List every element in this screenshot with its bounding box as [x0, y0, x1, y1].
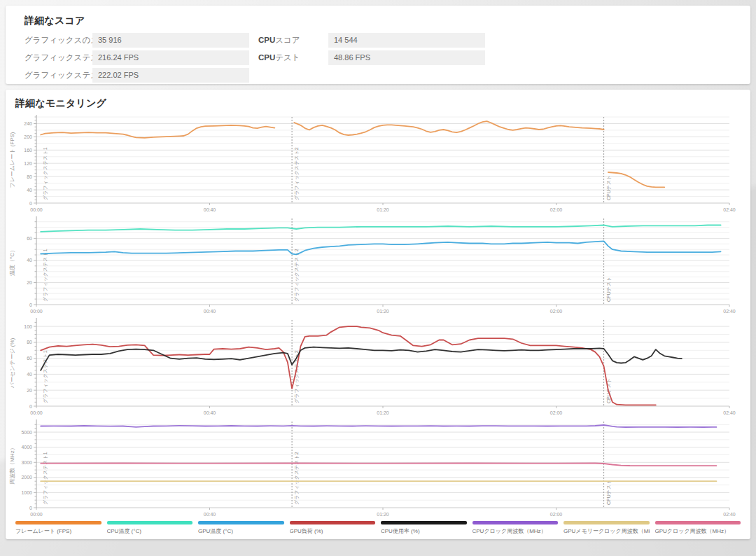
detailed-monitoring-card: 詳細なモニタリング 0408012016020024000:0000:4001:…: [6, 90, 750, 539]
svg-text:80: 80: [27, 340, 32, 345]
svg-text:3000: 3000: [21, 460, 32, 465]
legend-color-bar: [198, 521, 284, 524]
graphics-test2-value: 222.02 FPS: [92, 68, 249, 83]
svg-text:00:00: 00:00: [30, 410, 43, 415]
svg-text:02:00: 02:00: [550, 207, 563, 212]
legend-item[interactable]: フレームレート (FPS): [15, 521, 102, 535]
score-row: グラフィックステスト2 222.02 FPS: [24, 68, 750, 83]
svg-text:20: 20: [27, 388, 32, 393]
svg-text:01:20: 01:20: [377, 512, 389, 517]
svg-text:CPUテスト: CPUテスト: [606, 480, 611, 505]
svg-text:2000: 2000: [21, 475, 32, 480]
svg-text:00:00: 00:00: [30, 207, 43, 212]
svg-text:240: 240: [24, 121, 32, 126]
legend-item[interactable]: GPU負荷 (%): [290, 521, 376, 535]
svg-text:00:40: 00:40: [204, 309, 216, 314]
svg-text:40: 40: [27, 258, 32, 263]
legend-label: フレームレート (FPS): [15, 527, 102, 535]
legend-item[interactable]: CPU使用率 (%): [381, 521, 467, 535]
legend-label: GPUクロック周波数（MHz）: [655, 527, 741, 535]
graphics-test1-value: 216.24 FPS: [92, 50, 249, 65]
legend-item[interactable]: CPUクロック周波数（MHz）: [472, 521, 559, 535]
legend-color-bar: [107, 521, 193, 524]
svg-text:60: 60: [27, 236, 32, 241]
svg-text:02:00: 02:00: [550, 512, 563, 517]
svg-text:CPUテスト: CPUテスト: [606, 175, 611, 200]
chart-frequency: 01000200030004000500000:0000:4001:2002:0…: [6, 419, 750, 517]
svg-text:80: 80: [27, 174, 32, 179]
legend-label: GPU負荷 (%): [290, 527, 376, 535]
svg-text:1000: 1000: [21, 490, 32, 495]
legend-color-bar: [381, 521, 467, 524]
benchmark-results-page: { "scores": { "title": "詳細なスコア", "left":…: [0, 0, 756, 556]
legend-label: GPUメモリークロック周波数（MHz）: [564, 527, 650, 535]
svg-text:200: 200: [24, 134, 32, 139]
svg-text:グラフィックステスト1: グラフィックステスト1: [43, 249, 48, 302]
svg-text:02:00: 02:00: [550, 410, 563, 415]
cpu-score-value: 14 544: [328, 33, 485, 48]
graphics-score-value: 35 916: [92, 33, 249, 48]
svg-text:00:00: 00:00: [30, 309, 43, 314]
svg-text:02:40: 02:40: [723, 207, 736, 212]
svg-text:5000: 5000: [21, 430, 32, 435]
svg-text:20: 20: [27, 280, 32, 285]
graphics-score-label: グラフィックスのスコア: [24, 35, 92, 46]
legend-color-bar: [655, 521, 741, 524]
legend-color-bar: [290, 521, 376, 524]
legend-item[interactable]: CPU温度 (°C): [107, 521, 193, 535]
svg-text:02:40: 02:40: [723, 512, 736, 517]
chart-temperature: 020406000:0000:4001:2002:0002:40グラフィックステ…: [6, 216, 750, 314]
graphics-test1-label: グラフィックステスト1: [24, 53, 92, 63]
svg-text:グラフィックステスト2: グラフィックステスト2: [294, 249, 300, 302]
svg-text:00:40: 00:40: [204, 512, 216, 517]
svg-text:00:40: 00:40: [204, 207, 216, 212]
score-row: グラフィックスのスコア 35 916 CPUスコア 14 544: [24, 33, 750, 48]
svg-text:フレームレート (FPS): フレームレート (FPS): [9, 132, 15, 188]
cpu-test-label: CPUテスト: [258, 53, 328, 63]
svg-text:4000: 4000: [21, 445, 32, 450]
svg-text:40: 40: [27, 372, 32, 377]
svg-text:パーセンテージ (%): パーセンテージ (%): [9, 338, 15, 389]
cpu-score-label: CPUスコア: [258, 35, 328, 46]
legend-label: CPUクロック周波数（MHz）: [472, 527, 559, 535]
svg-text:01:20: 01:20: [377, 309, 389, 314]
svg-text:01:20: 01:20: [377, 410, 389, 415]
legend-color-bar: [15, 521, 102, 524]
legend-item[interactable]: GPUメモリークロック周波数（MHz）: [564, 521, 650, 535]
detailed-scores-title: 詳細なスコア: [6, 6, 750, 33]
svg-text:0: 0: [29, 506, 32, 510]
svg-text:0: 0: [29, 404, 32, 409]
svg-text:0: 0: [29, 201, 32, 206]
svg-text:02:40: 02:40: [723, 309, 736, 314]
svg-text:02:40: 02:40: [723, 410, 736, 415]
score-row: グラフィックステスト1 216.24 FPS CPUテスト 48.86 FPS: [24, 50, 750, 65]
legend-item[interactable]: GPUクロック周波数（MHz）: [655, 521, 741, 535]
legend-color-bar: [472, 521, 559, 524]
legend-color-bar: [564, 521, 650, 524]
legend-label: CPU温度 (°C): [107, 527, 193, 535]
cpu-test-value: 48.86 FPS: [328, 50, 485, 65]
svg-text:40: 40: [27, 188, 32, 193]
svg-text:160: 160: [24, 148, 32, 153]
legend-item[interactable]: GPU温度 (°C): [198, 521, 284, 535]
svg-text:60: 60: [27, 356, 32, 361]
svg-text:120: 120: [24, 161, 32, 166]
svg-text:00:40: 00:40: [204, 410, 216, 415]
graphics-test2-label: グラフィックステスト2: [24, 70, 92, 81]
chart-percentage: 02040608010000:0000:4001:2002:0002:40グラフ…: [6, 317, 750, 415]
legend-label: CPU使用率 (%): [381, 527, 467, 535]
svg-text:CPUテスト: CPUテスト: [606, 277, 611, 302]
legend-label: GPU温度 (°C): [198, 527, 284, 535]
svg-text:01:20: 01:20: [377, 207, 389, 212]
detailed-monitoring-title: 詳細なモニタリング: [6, 90, 750, 114]
monitoring-legend: フレームレート (FPS)CPU温度 (°C)GPU温度 (°C)GPU負荷 (…: [15, 521, 741, 535]
svg-text:温度（°C）: 温度（°C）: [9, 247, 15, 276]
svg-text:グラフィックステスト2: グラフィックステスト2: [294, 147, 300, 200]
chart-framerate: 0408012016020024000:0000:4001:2002:0002:…: [6, 114, 750, 212]
svg-text:02:00: 02:00: [550, 309, 563, 314]
svg-text:グラフィックステスト1: グラフィックステスト1: [43, 147, 48, 200]
svg-text:0: 0: [29, 303, 32, 307]
svg-text:100: 100: [24, 324, 32, 329]
svg-text:グラフィックステスト2: グラフィックステスト2: [294, 452, 300, 505]
detailed-scores-card: 詳細なスコア グラフィックスのスコア 35 916 CPUスコア 14 544 …: [6, 6, 750, 84]
